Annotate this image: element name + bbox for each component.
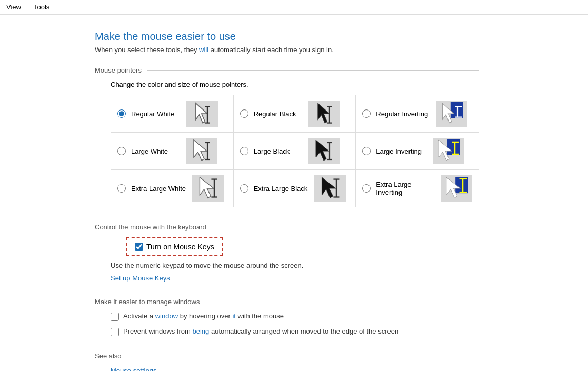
radio-regular-white[interactable] xyxy=(117,109,126,118)
manage-windows-line xyxy=(205,302,479,302)
icon-regular-white xyxy=(177,101,226,127)
pointer-regular-black: Regular Black xyxy=(234,95,356,133)
radio-large-white[interactable] xyxy=(117,147,126,155)
label-regular-white: Regular White xyxy=(131,110,174,118)
subtitle-prefix: When you select these tools, they xyxy=(95,46,199,54)
see-also-section: See also Mouse settings xyxy=(95,352,479,371)
cursor-svg-extra-large-white xyxy=(195,177,221,200)
pointer-large-black: Large Black xyxy=(234,133,356,170)
mouse-settings-link[interactable]: Mouse settings xyxy=(111,367,156,371)
cursor-svg-large-black xyxy=(311,139,337,163)
label-regular-inverting: Regular Inverting xyxy=(376,110,428,118)
menu-view[interactable]: View xyxy=(4,2,23,12)
hover-activate-label: Activate a window by hovering over it wi… xyxy=(123,312,284,320)
menu-tools[interactable]: Tools xyxy=(32,2,52,12)
label-regular-black: Regular Black xyxy=(254,110,296,118)
icon-regular-black xyxy=(300,101,350,127)
see-also-header: See also xyxy=(95,352,479,360)
cursor-svg-regular-inverting xyxy=(438,102,465,125)
subtitle-will: will xyxy=(199,46,208,54)
icon-large-white xyxy=(176,138,227,164)
svg-marker-30 xyxy=(322,177,336,198)
radio-large-black[interactable] xyxy=(240,147,248,155)
hover-activate-checkbox[interactable] xyxy=(111,313,119,321)
mouse-keys-box: Turn on Mouse Keys xyxy=(126,237,223,256)
prevent-arrange-checkbox[interactable] xyxy=(111,328,119,336)
pointer-extra-large-inverting: Extra Large Inverting xyxy=(356,170,479,207)
pointer-regular-white: Regular White xyxy=(111,95,234,133)
manage-windows-section: Make it easier to manage windows Activat… xyxy=(95,298,479,336)
pointer-extra-large-white: Extra Large White xyxy=(111,170,234,207)
cursor-svg-large-inverting xyxy=(435,139,462,163)
keyboard-control-label: Control the mouse with the keyboard xyxy=(95,223,206,231)
icon-extra-large-white xyxy=(189,175,227,202)
setup-mouse-keys-link[interactable]: Set up Mouse Keys xyxy=(111,274,170,282)
radio-extra-large-black[interactable] xyxy=(240,184,248,193)
keyboard-control-header: Control the mouse with the keyboard xyxy=(95,223,479,231)
label-large-inverting: Large Inverting xyxy=(376,147,422,155)
cursor-svg-extra-large-black xyxy=(317,177,343,200)
hover-activate-row: Activate a window by hovering over it wi… xyxy=(111,312,479,321)
icon-extra-large-black xyxy=(311,175,349,202)
pointer-large-white: Large White xyxy=(111,133,234,170)
keyboard-control-line xyxy=(212,227,479,227)
mouse-keys-checkbox[interactable] xyxy=(135,243,143,251)
see-also-line xyxy=(127,356,479,356)
prevent-arrange-label: Prevent windows from being automatically… xyxy=(123,327,398,335)
numeric-hint: Use the numeric keypad to move the mouse… xyxy=(111,262,479,269)
label-extra-large-white: Extra Large White xyxy=(131,185,186,193)
icon-large-inverting xyxy=(425,138,472,164)
window-link: window xyxy=(155,312,178,320)
svg-marker-26 xyxy=(200,177,214,198)
pointer-regular-inverting: Regular Inverting xyxy=(356,95,479,133)
main-content: Make the mouse easier to use When you se… xyxy=(0,15,500,371)
mouse-keys-text: Turn on Mouse Keys xyxy=(146,243,214,251)
mouse-pointers-label: Mouse pointers xyxy=(95,66,142,74)
radio-regular-black[interactable] xyxy=(240,109,248,118)
pointer-description: Change the color and size of mouse point… xyxy=(111,81,479,88)
it-link: it xyxy=(232,312,236,320)
subtitle-suffix: automatically start each time you sign i… xyxy=(208,46,334,54)
mouse-keys-label: Turn on Mouse Keys xyxy=(135,243,214,251)
manage-windows-header: Make it easier to manage windows xyxy=(95,298,479,306)
prevent-arrange-row: Prevent windows from being automatically… xyxy=(111,327,479,336)
icon-regular-inverting xyxy=(431,101,472,127)
manage-windows-label: Make it easier to manage windows xyxy=(95,298,200,306)
label-extra-large-inverting: Extra Large Inverting xyxy=(376,181,437,196)
being-link: being xyxy=(193,327,210,335)
radio-extra-large-inverting[interactable] xyxy=(362,184,371,193)
cursor-svg-extra-large-inverting xyxy=(443,177,470,200)
icon-large-black xyxy=(299,138,350,164)
see-also-label: See also xyxy=(95,352,122,360)
pointer-large-inverting: Large Inverting xyxy=(356,133,479,170)
cursor-svg-regular-black xyxy=(311,102,337,125)
mouse-pointers-section: Mouse pointers Change the color and size… xyxy=(95,66,479,207)
icon-extra-large-inverting xyxy=(441,175,472,202)
menubar: View Tools xyxy=(0,0,588,15)
page-title: Make the mouse easier to use xyxy=(95,31,479,43)
page-subtitle: When you select these tools, they will a… xyxy=(95,46,479,54)
radio-large-inverting[interactable] xyxy=(362,147,371,155)
pointer-grid: Regular White xyxy=(111,95,479,207)
label-extra-large-black: Extra Large Black xyxy=(254,185,308,193)
cursor-svg-large-white xyxy=(188,139,215,163)
label-large-white: Large White xyxy=(131,147,173,155)
cursor-svg-regular-white xyxy=(189,102,215,125)
radio-regular-inverting[interactable] xyxy=(362,109,371,118)
mouse-pointers-line xyxy=(147,70,479,71)
mouse-pointers-header: Mouse pointers xyxy=(95,66,479,74)
label-large-black: Large Black xyxy=(254,147,296,155)
keyboard-control-section: Control the mouse with the keyboard Turn… xyxy=(95,223,479,282)
radio-extra-large-white[interactable] xyxy=(117,184,126,193)
pointer-extra-large-black: Extra Large Black xyxy=(234,170,356,207)
